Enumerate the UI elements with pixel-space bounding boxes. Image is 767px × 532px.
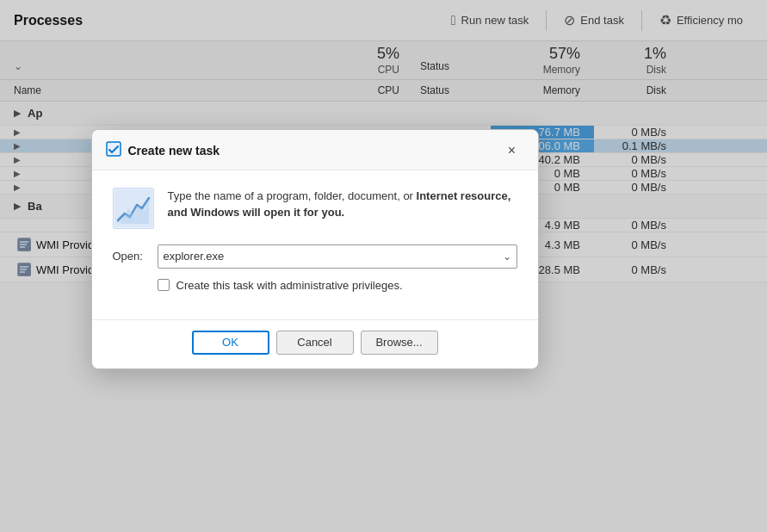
- dialog-close-button[interactable]: ×: [500, 139, 524, 163]
- dialog-checkbox-row: Create this task with administrative pri…: [158, 279, 517, 292]
- dropdown-arrow-icon[interactable]: ⌄: [503, 251, 511, 263]
- dialog-body: Type the name of a program, folder, docu…: [92, 170, 538, 319]
- dialog-description-row: Type the name of a program, folder, docu…: [113, 188, 517, 229]
- admin-privileges-checkbox[interactable]: [158, 279, 170, 291]
- dialog-titlebar: Create new task ×: [92, 130, 538, 170]
- dialog-open-row: Open: ⌄: [113, 244, 517, 269]
- open-input[interactable]: [164, 250, 503, 263]
- open-input-wrapper: ⌄: [158, 244, 517, 269]
- dialog-title: Create new task: [128, 144, 500, 158]
- dialog-chart-icon: [113, 188, 154, 229]
- dialog-footer: OK Cancel Browse...: [92, 319, 538, 368]
- admin-privileges-label: Create this task with administrative pri…: [176, 279, 403, 292]
- open-label: Open:: [113, 250, 147, 263]
- svg-rect-8: [107, 142, 121, 156]
- dialog-title-icon: [106, 141, 121, 160]
- ok-button[interactable]: OK: [192, 331, 269, 355]
- browse-button[interactable]: Browse...: [361, 331, 438, 355]
- dialog-overlay: Create new task × Type: [0, 0, 767, 532]
- cancel-button[interactable]: Cancel: [276, 331, 354, 355]
- create-new-task-dialog: Create new task × Type: [91, 129, 539, 369]
- dialog-description: Type the name of a program, folder, docu…: [168, 188, 517, 221]
